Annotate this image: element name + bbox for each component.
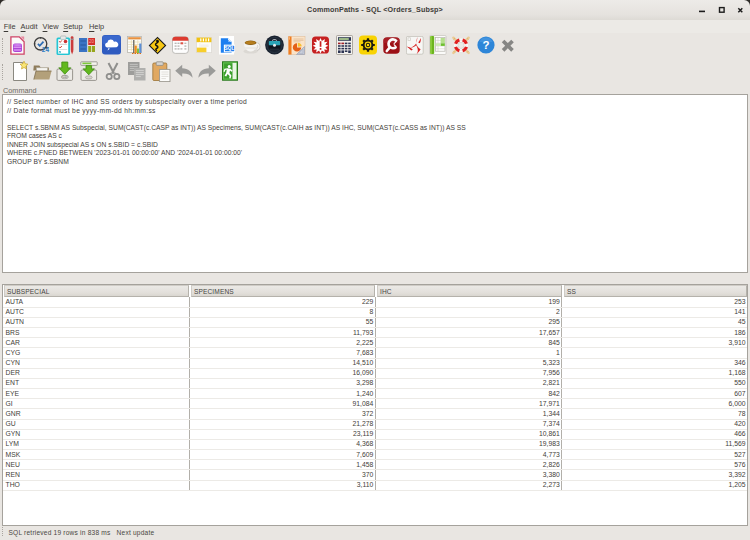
svg-text:24: 24 [42, 46, 50, 53]
svg-text:?: ? [482, 38, 489, 50]
svg-text:CD: CD [62, 75, 67, 79]
svg-text:20: 20 [89, 39, 95, 44]
svg-text:SQL: SQL [224, 46, 234, 51]
